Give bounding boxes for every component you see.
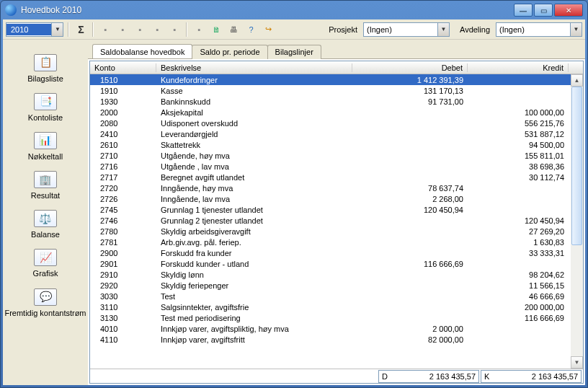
prosjekt-combo[interactable]: (Ingen) ▼ [363,22,450,37]
sidebar-item-grafisk[interactable]: 📈 Grafisk [33,249,58,278]
table-row[interactable]: 4010Innkjøp varer, avgiftspliktig, høy m… [90,323,571,334]
chevron-down-icon[interactable]: ▼ [570,23,582,36]
table-row[interactable]: 2746Grunnlag 2 tjenester utlandet120 450… [90,215,571,226]
sidebar-item-label: Kontoliste [28,113,63,122]
sigma-icon[interactable]: Σ [74,22,88,37]
scroll-down-icon[interactable]: ▼ [571,356,583,369]
cell-kredit: 531 887,12 [468,130,569,138]
sidebar-item-label: Balanse [31,230,60,239]
table-row[interactable]: 2717Beregnet avgift utlandet30 112,74 [90,172,571,182]
cell-beskrivelse: Skyldig lønn [156,270,352,279]
vertical-scrollbar[interactable]: ▲ ▼ [571,74,583,369]
cell-beskrivelse: Test [156,292,352,301]
table-row[interactable]: 2901Forskudd kunder - utland116 666,69 [90,258,571,269]
tool-icon-1[interactable]: ▪ [98,22,112,37]
cell-kredit: 38 698,36 [468,162,569,171]
preview-icon[interactable]: 🗎 [209,22,223,37]
exit-icon[interactable]: ↪ [261,22,275,37]
cell-konto: 2710 [90,151,156,160]
sum-debet-label: D [382,372,391,381]
tool-icon-3[interactable]: ▪ [133,22,147,37]
cell-beskrivelse: Grunnlag 1 tjenester utlandet [156,206,352,214]
sidebar-item-resultat[interactable]: 🏢 Resultat [31,171,60,200]
table-row[interactable]: 2726Inngående, lav mva2 268,00 [90,193,571,204]
bar-chart-icon: 📊 [34,132,57,149]
year-combo[interactable]: 2010 ▼ [6,22,63,37]
titlebar[interactable]: Hovedbok 2010 — ▭ ✕ [1,1,587,19]
table-row[interactable]: 2781Arb.giv.avg. pål. feriep.1 630,83 [90,237,571,247]
cell-konto: 2080 [90,119,156,128]
chevron-down-icon[interactable]: ▼ [51,23,63,36]
print-icon[interactable]: 🖶 [226,22,241,37]
app-window: Hovedbok 2010 — ▭ ✕ 2010 ▼ Σ ▪ ▪ ▪ ▪ ▪ ▪… [0,0,588,388]
sidebar-item-kontantstrom[interactable]: 💬 Fremtidig kontantstrøm [4,288,86,317]
tool-icon-2[interactable]: ▪ [115,22,130,37]
cell-beskrivelse: Innkjøp varer, avgiftsfritt [156,335,352,344]
tab-saldo-pr-periode[interactable]: Saldo pr. periode [192,45,267,59]
tab-bilagslinjer[interactable]: Bilagslinjer [267,45,321,59]
cell-debet: 78 637,74 [352,184,468,193]
tool-icon-6[interactable]: ▪ [192,22,206,37]
cell-kredit: 200 000,00 [468,303,569,312]
table-row[interactable]: 2910Skyldig lønn98 204,62 [90,269,571,280]
chevron-down-icon[interactable]: ▼ [437,23,449,36]
table-row[interactable]: 2080Udisponert overskudd556 215,76 [90,118,571,128]
table-row[interactable]: 3130Test med periodisering116 666,69 [90,312,571,323]
col-header-konto[interactable]: Konto [90,63,156,72]
tool-icon-4[interactable]: ▪ [150,22,164,37]
minimize-button[interactable]: — [514,4,533,17]
cell-konto: 2726 [90,195,156,203]
cell-konto: 2000 [90,108,156,117]
col-header-kredit[interactable]: Kredit [468,63,569,72]
cell-konto: 2716 [90,162,156,171]
cell-beskrivelse: Test med periodisering [156,314,352,322]
sidebar-item-bilagsliste[interactable]: 📋 Bilagsliste [27,54,63,83]
table-row[interactable]: 1510Kundefordringer1 412 391,39 [90,74,571,85]
avdeling-value: (Ingen) [496,25,570,34]
tool-icon-5[interactable]: ▪ [167,22,182,37]
col-header-beskrivelse[interactable]: Beskrivelse [156,63,352,72]
maximize-button[interactable]: ▭ [534,4,553,17]
sum-kredit-value: 2 163 435,57 [493,372,578,381]
cell-konto: 1510 [90,76,156,84]
cell-debet: 1 412 391,39 [352,76,468,84]
table-row[interactable]: 3110Salgsinntekter, avgiftsfrie200 000,0… [90,301,571,312]
table-row[interactable]: 3030Test46 666,69 [90,291,571,301]
table-row[interactable]: 2716Utgående , lav mva38 698,36 [90,161,571,172]
sidebar-item-label: Resultat [31,191,60,200]
cell-konto: 2610 [90,141,156,149]
table-row[interactable]: 2745Grunnlag 1 tjenester utlandet120 450… [90,204,571,215]
body: 📋 Bilagsliste 📑 Kontoliste 📊 Nøkkeltall … [3,40,585,385]
cell-beskrivelse: Inngående, lav mva [156,195,352,203]
table-row[interactable]: 2720Inngående, høy mva78 637,74 [90,182,571,193]
table-row[interactable]: 2000Aksjekapital100 000,00 [90,107,571,118]
cell-kredit: 1 630,83 [468,238,569,247]
table-row[interactable]: 2410Leverandørgjeld531 887,12 [90,128,571,139]
col-header-debet[interactable]: Debet [352,63,468,72]
table-row[interactable]: 2610Skattetrekk94 500,00 [90,139,571,150]
tabs: Saldobalanse hovedbok Saldo pr. periode … [88,40,585,58]
table-row[interactable]: 2920Skyldig feriepenger11 566,15 [90,280,571,291]
scroll-thumb[interactable] [571,87,582,245]
table-row[interactable]: 1930Bankinnskudd91 731,00 [90,96,571,107]
help-icon[interactable]: ? [244,22,258,37]
grid-rows[interactable]: 1510Kundefordringer1 412 391,391910Kasse… [90,74,571,369]
scroll-up-icon[interactable]: ▲ [571,74,583,87]
cell-kredit: 33 333,31 [468,249,569,257]
grid-footer: D 2 163 435,57 K 2 163 435,57 [90,369,583,383]
tab-saldobalanse[interactable]: Saldobalanse hovedbok [92,44,192,58]
cell-konto: 2410 [90,130,156,138]
table-row[interactable]: 1910Kasse131 170,13 [90,85,571,96]
table-row[interactable]: 2900Forskudd fra kunder33 333,31 [90,247,571,258]
table-row[interactable]: 2780Skyldig arbeidsgiveravgift27 269,20 [90,226,571,237]
avdeling-combo[interactable]: (Ingen) ▼ [496,22,582,37]
table-row[interactable]: 4110Innkjøp varer, avgiftsfritt82 000,00 [90,334,571,345]
grid-header: Konto Beskrivelse Debet Kredit [90,61,583,74]
table-row[interactable]: 2710Utgående, høy mva155 811,01 [90,150,571,161]
year-value: 2010 [6,24,51,35]
sidebar-item-kontoliste[interactable]: 📑 Kontoliste [28,93,63,122]
sidebar-item-nokkeltall[interactable]: 📊 Nøkkeltall [28,132,63,161]
close-button[interactable]: ✕ [554,4,583,17]
sidebar-item-balanse[interactable]: ⚖️ Balanse [31,210,60,239]
cell-beskrivelse: Beregnet avgift utlandet [156,173,352,182]
